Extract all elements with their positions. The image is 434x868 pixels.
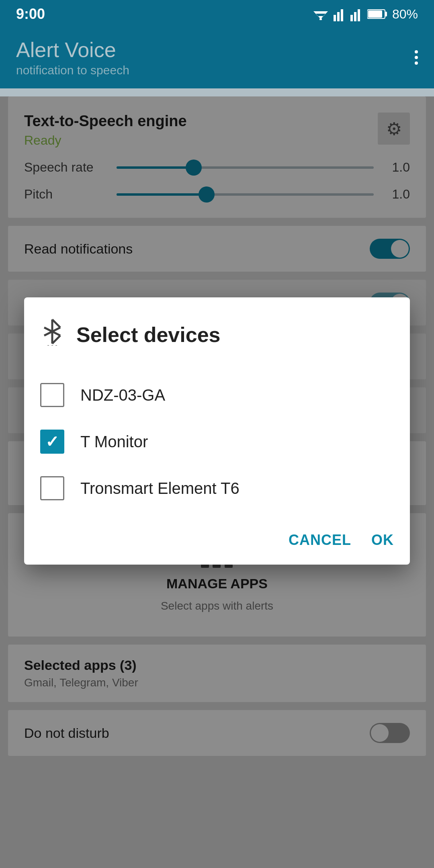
wifi-icon — [313, 8, 329, 20]
device-label-tmonitor: T Monitor — [80, 433, 148, 451]
status-bar: 9:00 80% — [0, 0, 434, 28]
svg-point-20 — [55, 345, 57, 346]
device-item-tmonitor[interactable]: ✓ T Monitor — [40, 418, 394, 465]
svg-line-13 — [52, 319, 60, 328]
dialog-buttons: CANCEL OK — [40, 532, 394, 549]
dialog-title: Select devices — [76, 323, 220, 347]
more-menu-button[interactable] — [415, 50, 418, 65]
svg-line-15 — [52, 336, 60, 344]
device-item-ndz[interactable]: NDZ-03-GA — [40, 372, 394, 418]
checkmark-tmonitor: ✓ — [45, 432, 59, 451]
device-item-tronsmart[interactable]: Tronsmart Element T6 — [40, 465, 394, 512]
ok-button[interactable]: OK — [371, 532, 394, 549]
svg-rect-9 — [358, 9, 360, 21]
app-header: Alert Voice notification to speech — [0, 28, 434, 88]
signal-icon-1 — [334, 7, 346, 21]
cancel-button[interactable]: CANCEL — [289, 532, 351, 549]
app-subtitle: notification to speech — [16, 63, 129, 77]
status-icons: 80% — [313, 7, 418, 22]
bluetooth-icon — [40, 317, 64, 352]
svg-rect-11 — [385, 12, 387, 16]
battery-icon — [367, 8, 387, 20]
svg-rect-12 — [368, 10, 382, 18]
select-devices-dialog: Select devices NDZ-03-GA ✓ T Monitor Tro… — [24, 297, 410, 565]
main-content: Text-to-Speech engine Ready ⚙ Speech rat… — [0, 96, 434, 868]
checkbox-tronsmart[interactable] — [40, 476, 64, 500]
svg-rect-6 — [341, 9, 343, 21]
dialog-header: Select devices — [40, 317, 394, 352]
battery-percent: 80% — [392, 7, 418, 22]
device-label-tronsmart: Tronsmart Element T6 — [80, 479, 240, 497]
svg-rect-7 — [350, 15, 353, 21]
svg-point-18 — [47, 345, 49, 346]
device-label-ndz: NDZ-03-GA — [80, 386, 165, 404]
signal-icon-2 — [350, 7, 362, 21]
status-time: 9:00 — [16, 6, 45, 23]
checkbox-ndz[interactable] — [40, 383, 64, 407]
svg-rect-8 — [354, 12, 356, 21]
svg-point-19 — [51, 345, 53, 346]
checkbox-tmonitor[interactable]: ✓ — [40, 430, 64, 454]
svg-point-3 — [319, 18, 322, 20]
app-title: Alert Voice — [16, 38, 129, 62]
svg-rect-4 — [334, 15, 336, 21]
bluetooth-svg — [40, 317, 64, 346]
svg-rect-5 — [337, 12, 340, 21]
